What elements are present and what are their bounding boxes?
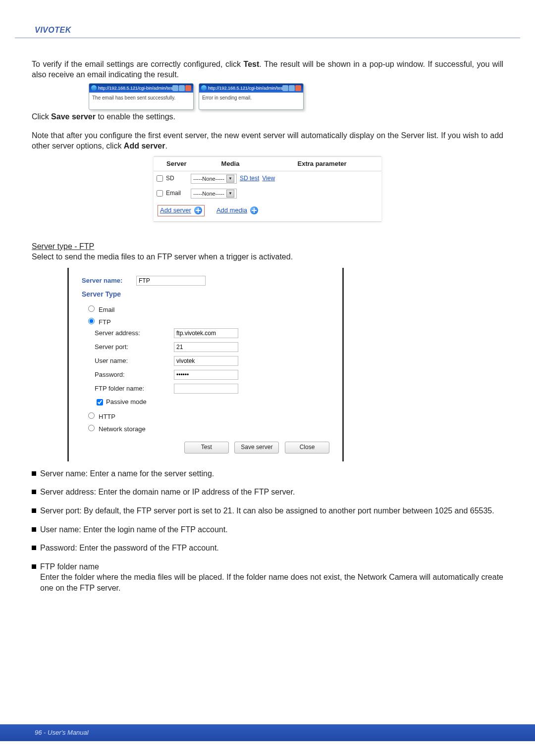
test-button[interactable]: Test: [184, 442, 229, 454]
email-checkbox[interactable]: [157, 190, 163, 197]
radio-email[interactable]: [88, 305, 95, 312]
ftp-folder-input[interactable]: [174, 384, 238, 394]
popup-success-titlebar: http://192.168.5.121/cgi-bin/admin/tests…: [89, 84, 193, 93]
server-type-title: Server Type: [82, 290, 329, 299]
bullet-user-name: User name: Enter the login name of the F…: [40, 524, 503, 535]
bullet-server-address: Server address: Enter the domain name or…: [40, 487, 503, 498]
sd-view-link[interactable]: View: [262, 175, 275, 183]
table-row: SD -----None----- ▼ SD test View: [154, 171, 381, 186]
table-row: Email -----None----- ▼: [154, 186, 381, 201]
save-server-button[interactable]: Save server: [234, 442, 279, 454]
chevron-down-icon: ▼: [226, 190, 234, 198]
radio-email-label: Email: [99, 306, 115, 313]
popup-error-titlebar: http://192.168.5.121/cgi-bin/admin/tests…: [199, 84, 303, 93]
ie-icon: [201, 85, 207, 91]
popup-success-title: http://192.168.5.121/cgi-bin/admin/tests…: [98, 84, 172, 93]
bullet-icon: [32, 508, 36, 513]
page-footer: 96 - User's Manual: [0, 724, 535, 741]
user-name-label: User name:: [82, 357, 174, 365]
footer-text: 96 - User's Manual: [35, 729, 89, 736]
maximize-icon[interactable]: [179, 85, 185, 91]
note-bold: Add server: [124, 142, 165, 150]
radio-ns-label: Network storage: [99, 425, 146, 433]
sd-media-value: -----None-----: [193, 175, 224, 182]
col-extra: Extra parameter: [263, 160, 381, 168]
server-name-input[interactable]: [136, 276, 206, 286]
row-server-sd: SD: [166, 175, 191, 183]
ie-icon: [91, 85, 97, 91]
popup-error: http://192.168.5.121/cgi-bin/admin/tests…: [199, 83, 304, 110]
ftp-server-form: Server name: Server Type Email FTP Serve…: [67, 268, 344, 461]
ftp-folder-label: FTP folder name:: [82, 385, 174, 393]
event-server-table: Server Media Extra parameter SD -----Non…: [154, 156, 381, 222]
bullet-icon: [32, 527, 36, 532]
col-media: Media: [198, 160, 263, 168]
note-paragraph: Note that after you configure the first …: [32, 131, 503, 151]
click-t2: to enable the settings.: [96, 112, 175, 121]
section-title-ftp: Server type - FTP: [32, 242, 503, 252]
server-address-input[interactable]: [174, 328, 238, 338]
close-icon[interactable]: [185, 85, 191, 91]
close-button[interactable]: Close: [285, 442, 329, 454]
passive-label: Passive mode: [106, 398, 147, 406]
col-server: Server: [166, 160, 198, 168]
email-media-select[interactable]: -----None----- ▼: [191, 189, 237, 199]
add-server-box: Add server: [158, 205, 205, 216]
row-server-email: Email: [166, 190, 191, 198]
radio-http[interactable]: [88, 412, 95, 419]
bullet-icon: [32, 564, 36, 569]
page-header: VIVOTEK: [15, 26, 520, 38]
bullet-icon: [32, 471, 36, 476]
plus-icon[interactable]: [194, 206, 202, 214]
server-port-input[interactable]: [174, 342, 238, 352]
radio-ftp[interactable]: [88, 318, 95, 324]
bullet-ftp-folder-body: Enter the folder where the media files w…: [40, 573, 503, 592]
password-label: Password:: [82, 371, 174, 379]
bullet-icon: [32, 490, 36, 494]
radio-http-label: HTTP: [99, 413, 115, 420]
server-name-label: Server name:: [82, 277, 136, 285]
section-sub: Select to send the media files to an FTP…: [32, 252, 503, 262]
bullet-icon: [32, 546, 36, 550]
bullet-ftp-folder-title: FTP folder name: [40, 562, 99, 571]
intro-t1: To verify if the email settings are corr…: [32, 60, 244, 68]
click-bold: Save server: [51, 112, 96, 121]
server-address-label: Server address:: [82, 329, 174, 338]
sd-media-select[interactable]: -----None----- ▼: [191, 174, 237, 184]
field-descriptions: Server name: Enter a name for the server…: [32, 468, 503, 594]
server-port-label: Server port:: [82, 343, 174, 352]
passive-checkbox[interactable]: [97, 399, 103, 405]
plus-icon[interactable]: [250, 206, 258, 214]
brand-label: VIVOTEK: [35, 26, 71, 34]
minimize-icon[interactable]: [172, 85, 178, 91]
bullet-server-name: Server name: Enter a name for the server…: [40, 468, 503, 479]
intro-paragraph: To verify if the email settings are corr…: [32, 59, 503, 80]
add-media-link[interactable]: Add media: [216, 206, 247, 215]
click-t1: Click: [32, 112, 51, 121]
chevron-down-icon: ▼: [226, 175, 234, 183]
popup-error-title: http://192.168.5.121/cgi-bin/admin/tests…: [208, 84, 282, 93]
popup-error-body: Error in sending email.: [199, 93, 303, 103]
user-name-input[interactable]: [174, 356, 238, 366]
radio-ftp-label: FTP: [99, 318, 111, 326]
sd-test-link[interactable]: SD test: [240, 175, 259, 183]
sd-checkbox[interactable]: [157, 175, 163, 182]
minimize-icon[interactable]: [282, 85, 288, 91]
radio-network-storage[interactable]: [88, 425, 95, 431]
maximize-icon[interactable]: [289, 85, 295, 91]
bullet-password: Password: Enter the password of the FTP …: [40, 543, 503, 554]
close-icon[interactable]: [295, 85, 301, 91]
bullet-server-port: Server port: By default, the FTP server …: [40, 505, 503, 516]
add-row: Add server Add media: [154, 201, 381, 221]
popup-success: http://192.168.5.121/cgi-bin/admin/tests…: [89, 83, 194, 110]
click-save-line: Click Save server to enable the settings…: [32, 112, 503, 122]
note-t2: .: [165, 142, 167, 150]
email-media-value: -----None-----: [193, 190, 224, 197]
add-server-link[interactable]: Add server: [160, 206, 191, 215]
intro-bold: Test: [244, 60, 260, 68]
note-t1: Note that after you configure the first …: [32, 131, 503, 150]
password-input[interactable]: [174, 370, 238, 380]
popup-success-body: The email has been sent successfully.: [89, 93, 193, 103]
